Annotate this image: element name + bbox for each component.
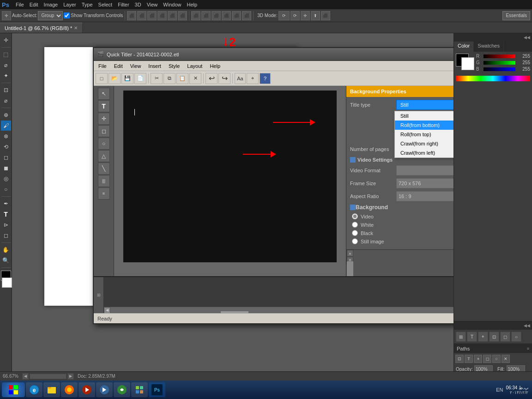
qt-triangle-tool[interactable]: △ [98, 150, 110, 162]
paths-tool-1[interactable]: ⊡ [455, 355, 464, 363]
tool-healing[interactable]: ⊕ [1, 110, 11, 120]
qt-pointer-tool[interactable]: ↖ [98, 88, 110, 100]
tool-hand[interactable]: ✋ [1, 245, 11, 255]
qt-undo-btn[interactable]: ↩ [206, 73, 218, 84]
dist-top-icon[interactable]: ⬛ [222, 11, 231, 20]
tool-eraser[interactable]: ◻ [1, 152, 11, 163]
tool-gradient[interactable]: ◼ [1, 163, 11, 173]
qt-cut-btn[interactable]: ✂ [151, 73, 163, 84]
title-type-select[interactable]: Still [396, 100, 453, 110]
qt-menu-layout[interactable]: Layout [183, 62, 206, 70]
dist-center-v-icon[interactable]: ⬛ [232, 11, 241, 20]
align-center-v-icon[interactable]: ⬛ [168, 11, 177, 20]
3d-rotate-icon[interactable]: ⟳ [278, 11, 290, 20]
tool-text[interactable]: T [1, 209, 11, 219]
qt-circle-tool[interactable]: ○ [98, 138, 110, 150]
dist-center-icon[interactable]: ⬛ [201, 11, 211, 20]
align-right-icon[interactable]: ⬛ [147, 11, 157, 20]
qt-menu-insert[interactable]: Insert [145, 62, 165, 70]
style-hscroll-left[interactable]: ◀ [104, 307, 110, 314]
taskbar-media-icon[interactable] [79, 382, 95, 397]
background-swatch[interactable] [461, 57, 474, 70]
qt-menu-view[interactable]: View [127, 62, 145, 70]
tool-stamp[interactable]: ⊗ [1, 131, 11, 141]
tab-color[interactable]: Color [454, 42, 474, 52]
essentials-button[interactable]: Essentials [502, 11, 530, 20]
layer-tool-4[interactable]: ⊡ [489, 332, 499, 342]
qt-text-size-btn[interactable]: Aa [235, 73, 246, 84]
paths-tool-6[interactable]: ✕ [502, 355, 510, 363]
qt-menu-style[interactable]: Style [165, 62, 183, 70]
align-left-icon[interactable]: ⬛ [127, 11, 136, 20]
background-color-swatch[interactable] [2, 278, 12, 288]
3d-roll-icon[interactable]: ⟳ [290, 11, 300, 20]
tool-select-rect[interactable]: ⬚ [1, 49, 11, 60]
qt-menu-file[interactable]: File [95, 62, 110, 70]
3d-pan-icon[interactable]: ✛ [301, 11, 310, 20]
bg-still-radio[interactable] [352, 238, 358, 244]
dropdown-roll-top[interactable]: Roll(from top) [395, 130, 453, 139]
dropdown-crawl-right[interactable]: Crawl(from right) [395, 139, 453, 148]
qt-save-btn[interactable]: 💾 [121, 73, 133, 84]
ps-nav-forward[interactable]: ▶ [67, 373, 74, 380]
quick-titler-window[interactable]: 🎬 Quick Titler - 20140212-0002.etl _ □ ✕… [93, 47, 453, 324]
bg-black-radio[interactable] [352, 230, 358, 236]
paths-menu-icon[interactable]: ≡ [527, 346, 529, 351]
tool-history-brush[interactable]: ⟲ [1, 142, 11, 152]
menu-image[interactable]: Image [41, 2, 61, 7]
tool-brush[interactable]: 🖌 [1, 121, 11, 131]
paths-tool-2[interactable]: T [465, 355, 473, 363]
dropdown-still[interactable]: Still [395, 111, 453, 121]
tool-pen[interactable]: ✒ [1, 199, 11, 209]
menu-type[interactable]: Type [79, 2, 96, 7]
qt-ruler-tool[interactable]: ||| [98, 175, 110, 187]
color-spectrum-bar[interactable] [456, 76, 530, 81]
tool-magic-wand[interactable]: ✦ [1, 71, 11, 81]
tool-shape[interactable]: ◻ [1, 230, 11, 241]
dropdown-crawl-left[interactable]: Crawl(from left) [395, 148, 453, 157]
qt-delete-btn[interactable]: ✕ [189, 73, 201, 84]
3d-scale-icon[interactable]: ⬛ [321, 11, 330, 20]
tool-blur[interactable]: ◎ [1, 174, 11, 184]
dropdown-roll-bottom[interactable]: Roll(from bottom) [395, 121, 453, 130]
qt-redo-btn[interactable]: ↪ [218, 73, 230, 84]
video-format-input[interactable] [396, 165, 453, 175]
taskbar-app-icon[interactable] [131, 382, 148, 397]
scrollbar-up[interactable]: ▲ [347, 250, 353, 257]
menu-view[interactable]: View [144, 2, 161, 7]
menu-filter[interactable]: Filter [115, 2, 132, 7]
taskbar-photoshop-icon[interactable]: Ps [149, 382, 165, 397]
align-bottom-icon[interactable]: ⬛ [178, 11, 187, 20]
menu-help[interactable]: Help [184, 2, 200, 7]
menu-edit[interactable]: Edit [27, 2, 41, 7]
qt-line-tool[interactable]: ╲ [98, 163, 110, 175]
qt-menu-help[interactable]: Help [206, 62, 224, 70]
taskbar-start-button[interactable] [2, 382, 25, 397]
qt-menu-edit[interactable]: Edit [110, 62, 127, 70]
3d-slide-icon[interactable]: ⬆ [311, 11, 320, 20]
b-slider[interactable] [484, 67, 515, 71]
tab-close-icon[interactable]: ✕ [74, 25, 78, 30]
layer-tool-6[interactable]: ○ [511, 332, 521, 342]
menu-file[interactable]: File [13, 2, 27, 7]
taskbar-firefox-icon[interactable] [61, 382, 78, 397]
qt-canvas-black[interactable] [123, 91, 337, 262]
scrollbar-thumb[interactable] [347, 261, 353, 276]
qt-canvas[interactable] [114, 86, 346, 276]
show-transform-checkbox[interactable] [64, 12, 70, 18]
qt-help-btn[interactable]: ? [260, 73, 271, 84]
layer-tool-2[interactable]: T [467, 332, 477, 342]
tool-eyedropper[interactable]: ⌀ [1, 96, 11, 106]
style-hscroll-thumb[interactable] [221, 311, 248, 314]
qt-ruler2-tool[interactable]: ≡ [98, 187, 110, 200]
document-tab[interactable]: Untitled-1 @ 66.7% (RGB/8) * ✕ [0, 23, 83, 33]
layer-tool-5[interactable]: ◻ [500, 332, 510, 342]
tool-dodge[interactable]: ○ [1, 184, 11, 194]
paths-tool-3[interactable]: ⌖ [474, 355, 482, 363]
tool-crop[interactable]: ⊡ [1, 85, 11, 95]
paths-tool-4[interactable]: ◻ [483, 355, 491, 363]
tool-zoom[interactable]: 🔍 [1, 255, 11, 266]
qt-new-btn[interactable]: □ [96, 73, 108, 84]
align-top-icon[interactable]: ⬛ [157, 11, 167, 20]
g-slider[interactable] [484, 61, 515, 65]
